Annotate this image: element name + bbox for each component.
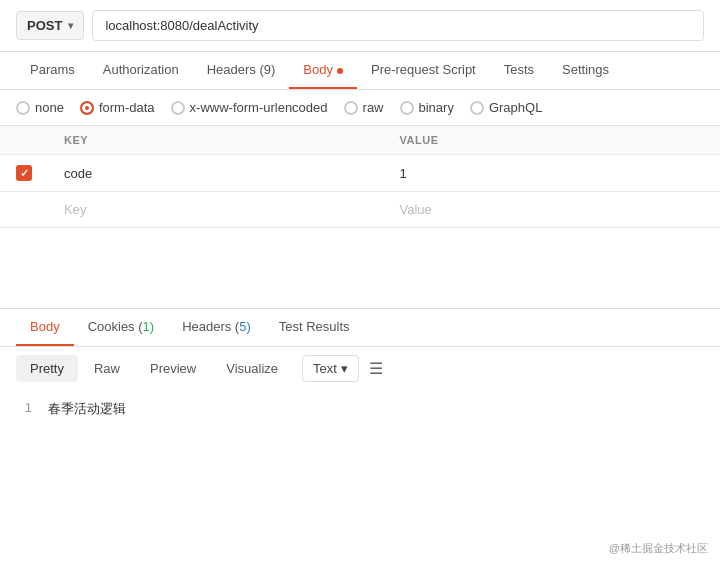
kv-table: KEY VALUE ✓ code 1 Key (0, 126, 720, 228)
format-dropdown-chevron: ▾ (341, 361, 348, 376)
watermark: @稀土掘金技术社区 (609, 541, 708, 556)
row-key-cell[interactable]: code (48, 155, 384, 192)
radio-graphql-label: GraphQL (489, 100, 542, 115)
radio-form-data-label: form-data (99, 100, 155, 115)
headers-count: 5) (239, 319, 251, 334)
radio-urlencoded[interactable]: x-www-form-urlencoded (171, 100, 328, 115)
radio-none-label: none (35, 100, 64, 115)
line-content-1: 春季活动逻辑 (48, 400, 126, 418)
view-tab-preview[interactable]: Preview (136, 355, 210, 382)
filter-icon[interactable]: ☰ (369, 359, 383, 378)
method-label: POST (27, 18, 62, 33)
radio-form-data-circle (80, 101, 94, 115)
key-column-header: KEY (48, 126, 384, 155)
tab-body[interactable]: Body (289, 52, 357, 89)
cookies-count: 1) (143, 319, 155, 334)
body-active-dot (337, 68, 343, 74)
request-nav-tabs: Params Authorization Headers (9) Body Pr… (0, 52, 720, 90)
table-row: ✓ code 1 (0, 155, 720, 192)
value-placeholder: Value (400, 202, 432, 217)
line-number-1: 1 (16, 400, 32, 418)
radio-urlencoded-circle (171, 101, 185, 115)
tab-tests[interactable]: Tests (490, 52, 548, 89)
radio-binary-circle (400, 101, 414, 115)
empty-space (0, 228, 720, 308)
response-line-1: 1 春季活动逻辑 (16, 400, 704, 418)
radio-raw-circle (344, 101, 358, 115)
view-tab-visualize[interactable]: Visualize (212, 355, 292, 382)
empty-row: Key Value (0, 192, 720, 228)
checkbox-checkmark: ✓ (20, 167, 29, 180)
tab-headers[interactable]: Headers (9) (193, 52, 290, 89)
response-nav-tabs: Body Cookies (1) Headers (5) Test Result… (0, 309, 720, 347)
empty-key-cell[interactable]: Key (48, 192, 384, 228)
tab-pre-request-script[interactable]: Pre-request Script (357, 52, 490, 89)
tab-authorization[interactable]: Authorization (89, 52, 193, 89)
cookies-tab-label: Cookies ( (88, 319, 143, 334)
response-tab-test-results[interactable]: Test Results (265, 309, 364, 346)
key-placeholder: Key (64, 202, 86, 217)
radio-none-circle (16, 101, 30, 115)
empty-value-cell[interactable]: Value (384, 192, 720, 228)
headers-tab-label: Headers ( (182, 319, 239, 334)
row-checkbox[interactable]: ✓ (16, 165, 32, 181)
radio-urlencoded-label: x-www-form-urlencoded (190, 100, 328, 115)
row-checkbox-cell: ✓ (0, 155, 48, 192)
radio-graphql-circle (470, 101, 484, 115)
row-value-cell[interactable]: 1 (384, 155, 720, 192)
radio-raw[interactable]: raw (344, 100, 384, 115)
url-bar: POST ▾ (0, 0, 720, 52)
tab-params[interactable]: Params (16, 52, 89, 89)
tab-settings[interactable]: Settings (548, 52, 623, 89)
checkbox-header (0, 126, 48, 155)
radio-binary[interactable]: binary (400, 100, 454, 115)
response-body: 1 春季活动逻辑 (0, 390, 720, 428)
value-column-header: VALUE (384, 126, 720, 155)
radio-form-data[interactable]: form-data (80, 100, 155, 115)
format-dropdown-label: Text (313, 361, 337, 376)
view-tabs-row: Pretty Raw Preview Visualize Text ▾ ☰ (0, 347, 720, 390)
method-chevron: ▾ (68, 20, 73, 31)
response-tab-cookies[interactable]: Cookies (1) (74, 309, 168, 346)
method-dropdown[interactable]: POST ▾ (16, 11, 84, 40)
radio-graphql[interactable]: GraphQL (470, 100, 542, 115)
empty-checkbox-cell (0, 192, 48, 228)
view-tab-pretty[interactable]: Pretty (16, 355, 78, 382)
response-tab-headers[interactable]: Headers (5) (168, 309, 265, 346)
radio-none[interactable]: none (16, 100, 64, 115)
url-input[interactable] (92, 10, 704, 41)
view-tab-raw[interactable]: Raw (80, 355, 134, 382)
radio-binary-label: binary (419, 100, 454, 115)
body-type-radio-group: none form-data x-www-form-urlencoded raw… (0, 90, 720, 126)
response-tab-body[interactable]: Body (16, 309, 74, 346)
format-dropdown[interactable]: Text ▾ (302, 355, 359, 382)
radio-raw-label: raw (363, 100, 384, 115)
